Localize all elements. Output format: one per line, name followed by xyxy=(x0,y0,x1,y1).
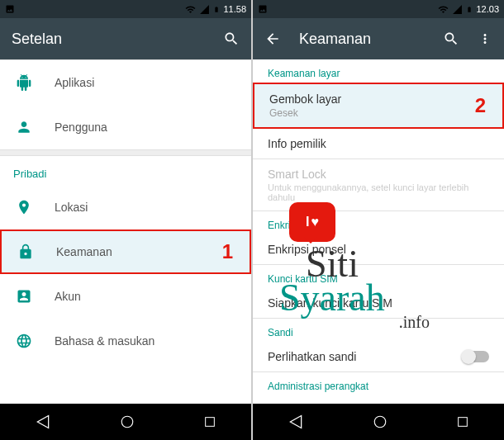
globe-icon xyxy=(16,333,32,349)
lock-icon xyxy=(17,244,34,260)
row-accounts[interactable]: Akun xyxy=(0,274,251,319)
row-apps[interactable]: Aplikasi xyxy=(0,60,251,105)
owner-info-label: Info pemilik xyxy=(268,137,489,150)
svg-point-0 xyxy=(121,416,133,428)
back-icon[interactable] xyxy=(35,414,51,430)
row-label: Akun xyxy=(55,290,81,303)
person-icon xyxy=(16,119,32,135)
wifi-icon xyxy=(438,4,449,15)
nav-bar xyxy=(253,404,504,440)
picture-icon xyxy=(5,4,15,14)
section-encryption: Enkripsi xyxy=(253,211,504,234)
app-bar: Keamanan xyxy=(253,18,504,59)
location-icon xyxy=(16,199,32,215)
battery-icon xyxy=(213,4,220,15)
security-list: Keamanan layar Gembok layar Gesek 2 Info… xyxy=(253,59,504,404)
smart-lock-subtitle: Untuk menggunakannya, setel kunci layar … xyxy=(268,182,489,202)
row-label: Pengguna xyxy=(55,121,107,134)
show-password-label: Perlihatkan sandi xyxy=(268,350,463,363)
signal-icon xyxy=(452,4,463,15)
highlight-number: 2 xyxy=(475,94,486,117)
search-icon[interactable] xyxy=(443,31,459,47)
svg-rect-3 xyxy=(459,418,468,427)
svg-point-2 xyxy=(374,416,386,428)
status-bar: 12.03 xyxy=(253,0,504,18)
section-device-admin: Administrasi perangkat xyxy=(253,372,504,395)
nav-bar xyxy=(0,404,251,440)
encrypt-phone-label: Enkripsi ponsel xyxy=(268,243,489,256)
row-users[interactable]: Pengguna xyxy=(0,105,251,149)
row-location[interactable]: Lokasi xyxy=(0,185,251,229)
status-time: 11.58 xyxy=(223,4,246,14)
screen-lock-subtitle: Gesek xyxy=(269,107,487,119)
android-icon xyxy=(16,74,32,91)
recents-icon[interactable] xyxy=(456,415,469,428)
back-icon[interactable] xyxy=(288,414,304,430)
row-label: Keamanan xyxy=(56,245,112,258)
status-bar: 11.58 xyxy=(0,0,251,18)
show-password-toggle[interactable] xyxy=(463,351,489,362)
settings-list: Aplikasi Pengguna Pribadi Lokasi Keamana… xyxy=(0,59,251,404)
search-icon[interactable] xyxy=(223,31,240,47)
row-security[interactable]: Keamanan 1 xyxy=(0,229,251,274)
signal-icon xyxy=(199,4,210,15)
row-label: Aplikasi xyxy=(55,76,94,89)
row-show-password[interactable]: Perlihatkan sandi xyxy=(253,342,504,371)
section-screen-security: Keamanan layar xyxy=(253,59,504,83)
row-language[interactable]: Bahasa & masukan xyxy=(0,319,251,363)
row-owner-info[interactable]: Info pemilik xyxy=(253,129,504,158)
page-title: Keamanan xyxy=(299,31,425,48)
row-label: Lokasi xyxy=(55,201,88,214)
row-smart-lock: Smart Lock Untuk menggunakannya, setel k… xyxy=(253,159,504,211)
app-bar: Setelan xyxy=(0,18,251,59)
phone-left: 11.58 Setelan Aplikasi Pengguna Pribadi … xyxy=(0,0,251,440)
highlight-number: 1 xyxy=(222,240,233,263)
picture-icon xyxy=(258,4,268,14)
back-arrow-icon[interactable] xyxy=(264,31,281,47)
row-sim-setup[interactable]: Siapkan kunci kartu SIM xyxy=(253,288,504,318)
screen-lock-title: Gembok layar xyxy=(269,92,487,106)
phone-right: 12.03 Keamanan Keamanan layar Gembok lay… xyxy=(253,0,504,440)
account-icon xyxy=(16,288,32,305)
battery-icon xyxy=(466,4,473,15)
home-icon[interactable] xyxy=(120,414,135,429)
home-icon[interactable] xyxy=(373,414,388,429)
section-header-personal: Pribadi xyxy=(0,156,251,185)
sim-setup-label: Siapkan kunci kartu SIM xyxy=(268,296,489,310)
row-screen-lock[interactable]: Gembok layar Gesek 2 xyxy=(253,83,504,129)
row-encrypt-phone[interactable]: Enkripsi ponsel xyxy=(253,234,504,264)
status-time: 12.03 xyxy=(476,4,499,14)
wifi-icon xyxy=(185,4,196,15)
row-label: Bahasa & masukan xyxy=(55,334,155,348)
section-password: Sandi xyxy=(253,319,504,342)
page-title: Setelan xyxy=(12,31,205,48)
section-sim-lock: Kunci kartu SIM xyxy=(253,265,504,288)
smart-lock-title: Smart Lock xyxy=(268,168,489,181)
overflow-icon[interactable] xyxy=(478,31,492,46)
recents-icon[interactable] xyxy=(203,415,216,428)
svg-rect-1 xyxy=(206,418,215,427)
